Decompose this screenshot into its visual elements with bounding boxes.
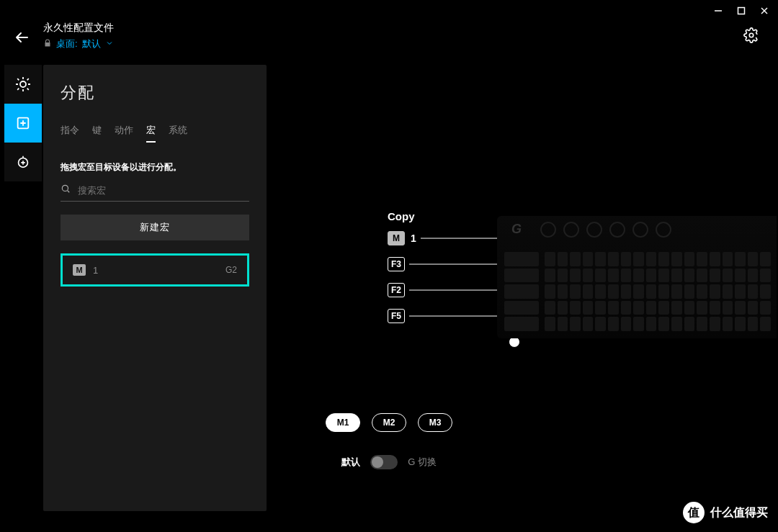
header: 永久性配置文件 桌面: 默认 [13, 22, 114, 50]
toggle-label-right: G 切换 [408, 456, 437, 469]
nav-game-mode[interactable] [4, 143, 42, 181]
window-controls [705, 0, 778, 22]
key-badge: F5 [388, 309, 405, 323]
callout-wire [409, 282, 510, 298]
profile-title: 永久性配置文件 [43, 22, 114, 35]
search-row [61, 184, 249, 202]
g-shift-toggle-row: 默认 G 切换 [0, 455, 778, 469]
tab-actions[interactable]: 动作 [115, 124, 133, 143]
watermark-text: 什么值得买 [710, 505, 768, 520]
macro-assigned-key: G2 [225, 265, 237, 275]
settings-button[interactable] [743, 27, 759, 46]
nav-assignments[interactable] [4, 104, 42, 143]
tab-keys[interactable]: 键 [92, 124, 102, 143]
tab-system[interactable]: 系统 [169, 124, 187, 143]
back-button[interactable] [13, 29, 30, 49]
tab-macros[interactable]: 宏 [146, 124, 156, 143]
side-nav [4, 65, 42, 181]
search-icon [61, 184, 71, 197]
key-badge: F2 [388, 283, 405, 297]
drag-hint: 拖拽宏至目标设备以进行分配。 [61, 161, 249, 173]
lock-icon [43, 39, 52, 50]
assign-panel: 分配 指令 键 动作 宏 系统 拖拽宏至目标设备以进行分配。 新建宏 M 1 G… [43, 65, 267, 511]
profile-prefix: 桌面: [56, 37, 78, 50]
key-grid [545, 252, 771, 331]
g-keys-column [504, 252, 539, 331]
assign-tabs: 指令 键 动作 宏 系统 [61, 124, 249, 143]
mode-m3[interactable]: M3 [418, 413, 452, 432]
mode-m1[interactable]: M1 [326, 413, 360, 432]
svg-point-5 [20, 81, 26, 87]
svg-point-8 [62, 185, 68, 191]
watermark: 值 什么值得买 [683, 502, 768, 523]
mode-m2[interactable]: M2 [372, 413, 406, 432]
watermark-badge: 值 [683, 502, 705, 523]
media-dials [540, 222, 671, 238]
keyboard-device[interactable] [497, 216, 778, 338]
svg-point-4 [749, 33, 754, 37]
callout-wire [409, 308, 510, 324]
callout-wire [409, 256, 510, 272]
g-shift-toggle[interactable] [370, 455, 398, 469]
profile-selector[interactable]: 桌面: 默认 [43, 37, 114, 50]
macro-label: 1 [93, 265, 98, 276]
callout-title: Copy [388, 210, 415, 222]
profile-value: 默认 [82, 37, 101, 50]
window-close[interactable] [759, 6, 769, 16]
chevron-down-icon [105, 39, 114, 50]
search-input[interactable] [76, 184, 249, 197]
device-stage: Copy M 1 F3 F2 F5 [281, 187, 778, 353]
panel-title: 分配 [61, 82, 249, 104]
m-mode-selector: M1 M2 M3 [0, 413, 778, 432]
key-badge: F3 [388, 257, 405, 271]
window-maximize[interactable] [736, 6, 746, 16]
macro-item[interactable]: M 1 G2 [61, 253, 249, 287]
svg-rect-1 [738, 8, 745, 14]
callout-label: 1 [411, 233, 416, 244]
window-minimize[interactable] [713, 6, 723, 16]
key-badge: M [388, 231, 405, 245]
macro-tag: M [73, 264, 86, 276]
new-macro-button[interactable]: 新建宏 [61, 215, 249, 240]
nav-lighting[interactable] [4, 65, 42, 104]
tab-commands[interactable]: 指令 [61, 124, 79, 143]
toggle-label-left: 默认 [341, 456, 360, 469]
